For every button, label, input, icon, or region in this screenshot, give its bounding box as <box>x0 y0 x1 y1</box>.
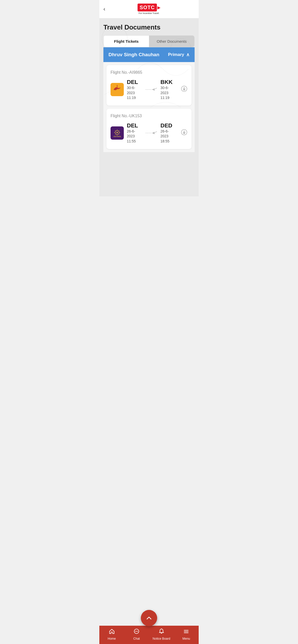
svg-line-3 <box>155 88 157 89</box>
flight-number-1: Flight No.-AI9865 <box>111 70 187 75</box>
flights-list: Flight No.-AI9865 DEL 30-6-2023 11:1 <box>103 62 195 152</box>
route-arrow-2 <box>145 130 157 136</box>
airline-logo-vistara: VISTARA <box>111 126 124 140</box>
departure-code-2: DEL <box>127 122 142 129</box>
download-button-2[interactable] <box>181 129 187 137</box>
arrival-info-2: DED 26-6-2023 18:55 <box>160 122 176 144</box>
app-header: ‹ SOTC ▶ For Incentive Travel. <box>99 0 199 18</box>
arrival-date-1: 30-6-2023 11:19 <box>160 85 176 100</box>
departure-code-1: DEL <box>127 79 142 85</box>
departure-info-1: DEL 30-6-2023 11:19 <box>127 79 142 100</box>
passenger-header[interactable]: Dhruv Singh Chauhan Primary ∧ <box>103 47 195 62</box>
flight-route-1: DEL 30-6-2023 11:19 <box>111 79 187 100</box>
departure-date-1: 30-6-2023 11:19 <box>127 85 142 100</box>
main-content: Travel Documents Flight Tickets Other Do… <box>99 18 199 196</box>
page-title: Travel Documents <box>103 23 195 31</box>
tabs-container: Flight Tickets Other Documents <box>103 35 195 47</box>
back-button[interactable]: ‹ <box>103 6 105 12</box>
passenger-type: Primary ∧ <box>168 52 189 57</box>
tab-other-documents[interactable]: Other Documents <box>149 36 194 47</box>
logo: SOTC ▶ For Incentive Travel. <box>138 4 160 14</box>
route-arrow-1 <box>145 86 157 93</box>
arrival-code-2: DED <box>160 122 176 129</box>
logo-arrow-icon: ▶ <box>157 5 160 10</box>
arrival-date-2: 26-6-2023 18:55 <box>160 129 176 144</box>
chevron-up-icon: ∧ <box>186 52 189 57</box>
download-button-1[interactable] <box>181 85 187 94</box>
svg-text:VISTARA: VISTARA <box>113 136 121 137</box>
airline-logo-air-india <box>111 83 124 96</box>
flight-route-2: VISTARA DEL 26-6-2023 11:55 <box>111 122 187 144</box>
flight-card-1: Flight No.-AI9865 DEL 30-6-2023 11:1 <box>106 65 192 106</box>
flight-number-2: Flight No.-UK153 <box>111 114 187 118</box>
flight-card-2: Flight No.-UK153 VISTARA DEL <box>106 109 192 149</box>
departure-date-2: 26-6-2023 11:55 <box>127 129 142 144</box>
arrival-code-1: BKK <box>160 79 176 85</box>
tab-flight-tickets[interactable]: Flight Tickets <box>104 36 149 47</box>
departure-info-2: DEL 26-6-2023 11:55 <box>127 122 142 144</box>
svg-point-7 <box>116 132 118 133</box>
passenger-name: Dhruv Singh Chauhan <box>109 52 159 57</box>
svg-line-9 <box>155 131 157 133</box>
arrival-info-1: BKK 30-6-2023 11:19 <box>160 79 176 100</box>
